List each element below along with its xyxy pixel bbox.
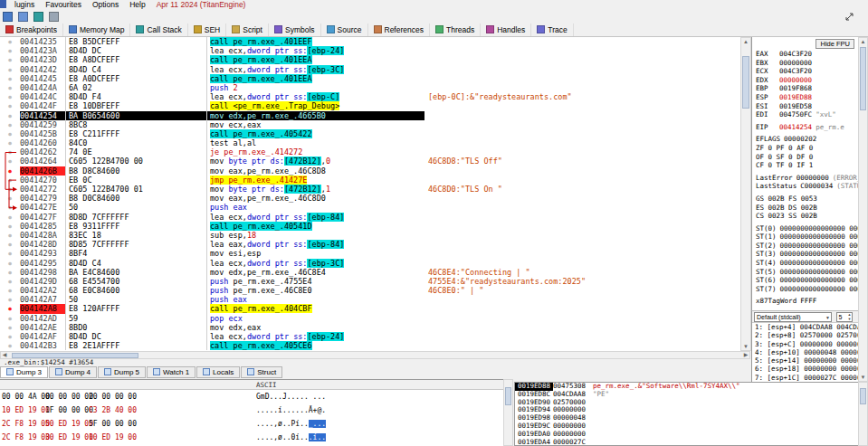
tab-threads[interactable]: Threads	[430, 24, 481, 36]
stack-arg-row[interactable]: 1: [esp+4] 004CDAA8 004CDAA8	[752, 323, 858, 331]
dump-row[interactable]: 2C F8 19 0050 ED 19 005F 00 00 00....,ø.…	[0, 417, 503, 431]
disasm-row[interactable]: ●004142428D4D C4lea ecx,dword ptr ss:[eb…	[0, 65, 740, 74]
flags-row[interactable]: GS 002B FS 0053	[752, 195, 858, 204]
register-row[interactable]: EIP00414254pe_rm.e	[752, 123, 858, 132]
breakpoint-dot-icon[interactable]: ●	[0, 166, 20, 176]
scroll-up-arrow-icon[interactable]: ▲	[741, 38, 750, 45]
register-row[interactable]: x87TagWordFFFF	[752, 297, 858, 306]
disasm-row[interactable]: ●0041427F8D8D 7CFFFFFFlea ecx,dword ptr …	[0, 213, 740, 222]
tab-watch-1[interactable]: Watch 1	[147, 366, 196, 378]
stack-scrollbar[interactable]	[858, 382, 868, 446]
disasm-row[interactable]: ●004142A750push eax	[0, 295, 740, 304]
flags-row[interactable]: OF 0 SF 0 DF 0	[752, 153, 858, 162]
arg-count-spinner[interactable]: 5▲▼	[836, 312, 853, 322]
hide-fpu-button[interactable]: Hide FPU	[816, 39, 854, 49]
scroll-thumb[interactable]	[505, 387, 511, 405]
scroll-right-arrow-icon[interactable]: ▶	[742, 352, 749, 358]
register-row[interactable]: ECX004C3F20	[752, 67, 858, 76]
expand-icon[interactable]	[844, 11, 855, 23]
scroll-thumb[interactable]	[860, 47, 866, 110]
disasm-row[interactable]: ●00414298BA E4C84600mov edx,pe_rm.exe_.4…	[0, 268, 740, 277]
stack-arg-row[interactable]: 6: [esp+18] 00000000 00000000	[752, 365, 858, 373]
disasm-row[interactable]: ●00414272C605 122B4700 01mov byte ptr ds…	[0, 185, 740, 194]
tab-symbols[interactable]: Symbols	[269, 24, 321, 36]
disasm-row[interactable]: ●004142B3E8 2E1AFFFFcall pe_rm.exe_.405C…	[0, 341, 740, 350]
disasm-row[interactable]: ●0041423DE8 A8DCFEFFcall pe_rm.exe_.401E…	[0, 55, 740, 64]
toolbar-icon[interactable]	[49, 12, 59, 22]
disasm-row[interactable]: ●00414279B8 D0C84600mov eax,pe_rm.exe_.4…	[0, 194, 740, 203]
flags-row[interactable]: CS 0023 SS 002B	[752, 212, 858, 221]
tab-script[interactable]: Script	[226, 24, 269, 36]
disasm-row[interactable]: ●00414245E8 A0DCFEFFcall pe_rm.exe_.401E…	[0, 74, 740, 83]
tab-dump-5[interactable]: Dump 5	[98, 366, 146, 378]
scroll-thumb[interactable]	[860, 388, 866, 404]
disasm-row[interactable]: ●0041424FE8 10DBFEFFcall <pe_rm.exe_.Tra…	[0, 101, 740, 110]
disasm-row[interactable]: ●004142A8E8 120AFFFFcall pe_rm.exe_.404C…	[0, 304, 740, 313]
disasm-row[interactable]: ●0041426274 0Eje pe_rm.exe_.414272	[0, 147, 740, 157]
disasm-vertical-scrollbar[interactable]: ▲ ▼	[740, 37, 751, 351]
flags-row[interactable]: ES 002B DS 002B	[752, 204, 858, 213]
disasm-row[interactable]: ●004142AD59pop ecx	[0, 314, 740, 323]
disasm-row[interactable]: ●004142958D4D C4lea ecx,dword ptr ss:[eb…	[0, 259, 740, 268]
register-row[interactable]: EDX00000000	[752, 76, 858, 85]
menu-item[interactable]: Options	[87, 0, 124, 10]
scroll-left-arrow-icon[interactable]: ◀	[1, 352, 8, 358]
stack-row[interactable]: 0019ED8C004CDAA8"PE"	[515, 391, 858, 399]
toolbar-icon[interactable]	[18, 12, 28, 22]
disasm-row[interactable]: ●0041424C8D4D F4lea ecx,dword ptr ss:[eb…	[0, 92, 740, 101]
tab-breakpoints[interactable]: Breakpoints	[0, 24, 63, 36]
disasm-row[interactable]: ●004142A268 E0C84600push pe_rm.exe_.46C8…	[0, 286, 740, 295]
stack-row[interactable]: 0019EDA40000027C	[515, 439, 858, 446]
register-row[interactable]: ST(0)0000000000000000 00000000	[752, 224, 858, 233]
tab-dump-3[interactable]: Dump 3	[0, 366, 48, 378]
register-row[interactable]: ST(2)0000000000000000 00000000	[752, 242, 858, 251]
dump-row[interactable]: 00 00 4A 0000 00 00 0020 00 00 00GmD...J…	[0, 390, 503, 403]
spinner-arrows-icon[interactable]: ▲▼	[848, 312, 852, 321]
tab-source[interactable]: Source	[321, 24, 368, 36]
register-row[interactable]: EDI004750FC"xvL"	[752, 110, 858, 119]
menu-item[interactable]: Favourites	[40, 0, 87, 10]
tab-references[interactable]: References	[368, 24, 430, 36]
dump-row[interactable]: 10 ED 19 001F 00 00 00C3 2B 40 00.....í.…	[0, 403, 503, 417]
stack-row[interactable]: 0019ED8800475308pe_rm.exe_.&"Software\\R…	[515, 383, 858, 391]
breakpoint-dot-icon[interactable]: ●	[0, 304, 20, 313]
disasm-row[interactable]: ●0041423A8D4D DClea ecx,dword ptr ss:[eb…	[0, 46, 740, 55]
scroll-thumb[interactable]	[742, 56, 749, 109]
toolbar-icon[interactable]	[33, 12, 43, 22]
tab-dump-4[interactable]: Dump 4	[49, 366, 97, 378]
disasm-row[interactable]: ●004142938BF4mov esi,esp	[0, 249, 740, 258]
menu-item[interactable]: Help	[124, 0, 150, 10]
disasm-row[interactable]: ●00414254BA B0654600mov edx,pe_rm.exe_.4…	[0, 111, 740, 120]
scroll-up-arrow-icon[interactable]: ▲	[859, 38, 867, 45]
register-row[interactable]: ST(4)0000000000000000 00000000	[752, 259, 858, 268]
register-row[interactable]: ST(3)0000000000000000 00000000	[752, 250, 858, 259]
tab-locals[interactable]: Locals	[196, 366, 240, 378]
disasm-row[interactable]: ●0041426084C0test al,al	[0, 138, 740, 147]
stack-arg-row[interactable]: 7: [esp+1C] 0000027C 0000027C	[752, 374, 858, 382]
stack-row[interactable]: 0019ED9800000048	[515, 414, 858, 422]
register-row[interactable]: EBP0019F868	[752, 84, 858, 93]
tab-call-stack[interactable]: Call Stack	[130, 24, 187, 36]
disasm-row[interactable]: ●0041424A6A 02push 2	[0, 83, 740, 92]
scroll-down-arrow-icon[interactable]: ▼	[741, 343, 750, 350]
disasm-row[interactable]: ●00414235E8 B5DCFEFFcall pe_rm.exe_.401E…	[0, 37, 740, 46]
register-row[interactable]: ESP0019ED88	[752, 93, 858, 102]
stack-row[interactable]: 0019ED9400000000	[515, 406, 858, 414]
register-row[interactable]: ST(1)0000000000000000 00000000	[752, 232, 858, 242]
disasm-row[interactable]: ●0041425BE8 C211FFFFcall pe_rm.exe_.4054…	[0, 129, 740, 138]
register-row[interactable]: ST(6)0000000000000000 00000000	[752, 276, 858, 285]
stack-arg-row[interactable]: 5: [esp+14] 00000000 00000000	[752, 356, 858, 365]
stack-row[interactable]: 0019ED9C00000000	[515, 422, 858, 431]
menu-item[interactable]: lugins	[9, 0, 40, 10]
register-row[interactable]: EAX004C3F20	[752, 50, 858, 59]
tab-handles[interactable]: Handles	[481, 24, 531, 36]
scroll-down-arrow-icon[interactable]: ▼	[859, 374, 867, 381]
disasm-row[interactable]: ●00414285E8 9311FFFFcall pe_rm.exe_.4054…	[0, 222, 740, 231]
stack-row[interactable]: 0019EDA000000000	[515, 431, 858, 439]
tab-memory-map[interactable]: Memory Map	[63, 24, 131, 36]
disasm-horizontal-scrollbar[interactable]: ◀ ▶	[0, 351, 750, 359]
registers-scrollbar[interactable]: ▲ ▼	[858, 37, 868, 382]
tab-seh[interactable]: SEH	[188, 24, 226, 36]
flags-row[interactable]: CF 0 TF 0 IF 1	[752, 161, 858, 170]
register-row[interactable]: EBX00000000	[752, 59, 858, 68]
